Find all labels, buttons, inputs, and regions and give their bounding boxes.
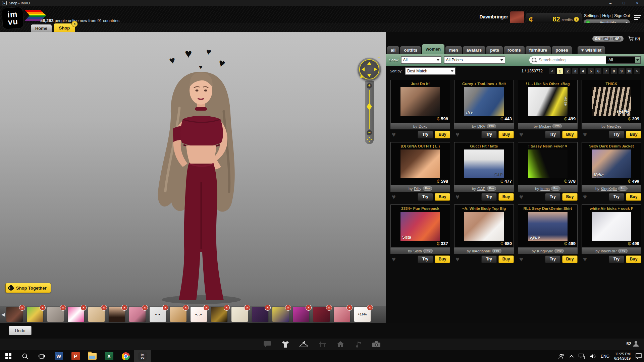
- product-tile[interactable]: Curvy + TanLines + Belt drv ₵ 443: [454, 80, 514, 123]
- wishlist-heart-icon[interactable]: ♥: [519, 193, 523, 200]
- undo-button[interactable]: Undo: [9, 326, 32, 335]
- creator-link[interactable]: lllAdrianalll: [472, 249, 491, 253]
- product-tile[interactable]: [D] GINA OUTFIT ( L ) ₵ 598: [390, 142, 450, 185]
- wishlist-heart-icon[interactable]: ♥: [519, 131, 523, 138]
- remove-item-icon[interactable]: ×: [121, 305, 127, 311]
- signout-link[interactable]: Sign Out: [614, 13, 630, 18]
- creator-link[interactable]: Dilly: [414, 187, 421, 191]
- rotate-up-icon[interactable]: [367, 62, 371, 65]
- worn-item-thumbnail[interactable]: ×: [272, 307, 289, 322]
- hanger-icon[interactable]: [300, 341, 308, 348]
- remove-item-icon[interactable]: ×: [265, 305, 271, 311]
- buy-button[interactable]: Buy: [498, 255, 514, 263]
- remove-item-icon[interactable]: ×: [326, 305, 332, 311]
- page-button[interactable]: 3: [572, 68, 578, 74]
- remove-item-icon[interactable]: ×: [224, 305, 230, 311]
- remove-item-icon[interactable]: ×: [60, 305, 66, 311]
- product-tile[interactable]: ! Sassy Neon Fever ♥ ₵ 378: [518, 142, 578, 185]
- worn-item-thumbnail[interactable]: ×: [211, 307, 227, 322]
- wishlist-heart-icon[interactable]: ♥: [519, 256, 523, 262]
- scroll-left-icon[interactable]: ◀: [1, 312, 5, 317]
- music-icon[interactable]: [355, 341, 362, 348]
- settings-link[interactable]: Settings: [584, 13, 598, 18]
- home-icon[interactable]: [336, 341, 344, 348]
- try-button[interactable]: Try: [418, 255, 433, 263]
- page-button[interactable]: 6: [595, 68, 601, 74]
- zoom-slider[interactable]: [369, 90, 370, 129]
- product-image[interactable]: Kylie: [592, 149, 631, 178]
- product-image[interactable]: [400, 87, 440, 116]
- language-indicator[interactable]: ENG: [601, 354, 609, 359]
- minimize-button[interactable]: –: [604, 0, 617, 6]
- rotate-right-icon[interactable]: [374, 67, 377, 71]
- product-tile[interactable]: ~A: White Body Top Big ₵ 680: [454, 204, 514, 248]
- maximize-button[interactable]: □: [617, 0, 631, 6]
- rotate-down-icon[interactable]: [367, 74, 371, 77]
- wishlist-heart-icon[interactable]: ♥: [583, 193, 587, 200]
- product-image[interactable]: GAP: [464, 149, 504, 178]
- try-button[interactable]: Try: [609, 193, 624, 201]
- remove-item-icon[interactable]: ×: [162, 305, 168, 311]
- close-button[interactable]: ×: [631, 0, 644, 6]
- worn-item-thumbnail[interactable]: ×: [231, 307, 248, 322]
- zoom-controls[interactable]: + −: [365, 81, 374, 144]
- tab-avatars[interactable]: avatars: [463, 46, 486, 54]
- creator-link[interactable]: Mickey: [539, 124, 551, 128]
- try-button[interactable]: Try: [481, 193, 497, 201]
- buddies-online[interactable]: 52: [627, 341, 639, 347]
- buy-button[interactable]: Buy: [626, 131, 641, 138]
- shop-together-button[interactable]: Shop Together: [5, 283, 51, 293]
- try-button[interactable]: Try: [481, 131, 497, 138]
- tab-shop[interactable]: Shop ×: [54, 23, 75, 32]
- buy-button[interactable]: Buy: [435, 255, 450, 263]
- tab-women[interactable]: women: [422, 44, 444, 54]
- buy-button[interactable]: Buy: [435, 131, 450, 138]
- try-button[interactable]: Try: [609, 255, 624, 263]
- cart-button[interactable]: (0): [628, 36, 640, 41]
- product-tile[interactable]: Gucci Fit / tatts GAP ₵ 477: [454, 142, 514, 185]
- remove-item-icon[interactable]: ×: [367, 305, 373, 311]
- tab-wishlist[interactable]: ♥ wishlist: [578, 46, 605, 54]
- page-button[interactable]: 4: [580, 68, 586, 74]
- try-button[interactable]: Try: [545, 255, 560, 263]
- wishlist-heart-icon[interactable]: ♥: [392, 193, 396, 200]
- remove-item-icon[interactable]: ×: [203, 305, 209, 311]
- remove-item-icon[interactable]: ×: [101, 305, 107, 311]
- buy-button[interactable]: Buy: [498, 193, 514, 201]
- creator-link[interactable]: KingKylie: [537, 249, 553, 253]
- worn-item-thumbnail[interactable]: ×: [334, 307, 350, 322]
- page-button[interactable]: 9: [619, 68, 625, 74]
- search-box[interactable]: [529, 56, 606, 64]
- page-button[interactable]: 1: [557, 68, 563, 74]
- chat-icon[interactable]: [263, 341, 271, 348]
- tab-outfits[interactable]: outfits: [400, 46, 421, 54]
- buy-button[interactable]: Buy: [626, 255, 641, 263]
- tab-pets[interactable]: pets: [486, 46, 503, 54]
- creator-link[interactable]: KingKylie: [601, 187, 617, 191]
- product-tile[interactable]: ! L - Like No Other +Bag MESH ₵ 499: [518, 80, 578, 123]
- wishlist-heart-icon[interactable]: ♥: [392, 256, 396, 262]
- next-page-button[interactable]: >: [634, 68, 640, 74]
- worn-item-thumbnail[interactable]: ×: [293, 307, 309, 322]
- remove-item-icon[interactable]: ×: [80, 305, 87, 311]
- product-image[interactable]: [464, 212, 504, 241]
- search-input[interactable]: [538, 57, 606, 63]
- product-image[interactable]: drv: [464, 87, 504, 116]
- product-tile[interactable]: THICK +50% ₵ 399: [582, 80, 641, 123]
- product-tile[interactable]: Sexy Dark Denim Jacket Kylie ₵ 499: [582, 142, 641, 185]
- zoom-out-button[interactable]: −: [367, 130, 372, 135]
- start-button[interactable]: [0, 350, 17, 362]
- product-image[interactable]: Kylie: [528, 212, 568, 241]
- info-icon[interactable]: i: [574, 17, 579, 22]
- tab-home[interactable]: Home: [31, 24, 52, 32]
- product-image[interactable]: [592, 212, 631, 241]
- creator-link[interactable]: Doxc: [419, 124, 427, 128]
- try-button[interactable]: Try: [481, 255, 497, 263]
- tab-all[interactable]: all: [387, 46, 399, 54]
- buy-button[interactable]: Buy: [626, 193, 641, 201]
- taskbar-powerpoint-button[interactable]: P: [67, 350, 84, 362]
- worn-item-thumbnail[interactable]: ×: [129, 307, 146, 322]
- taskbar-explorer-button[interactable]: [84, 350, 101, 362]
- help-link[interactable]: Help: [602, 13, 610, 18]
- creator-link[interactable]: DRV: [477, 124, 485, 128]
